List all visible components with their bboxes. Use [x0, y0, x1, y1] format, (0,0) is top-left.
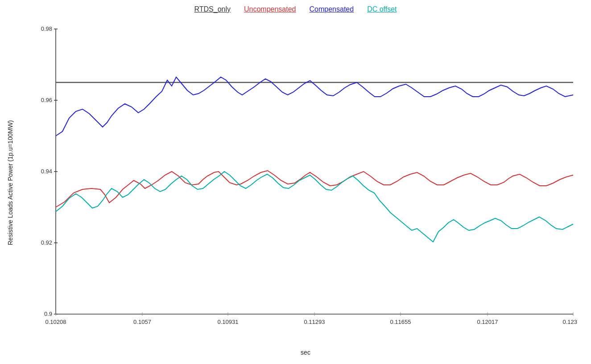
- svg-text:0.12017: 0.12017: [477, 319, 498, 325]
- svg-text:0.1057: 0.1057: [133, 319, 151, 325]
- legend-label-dcoffset: DC offset: [367, 5, 397, 13]
- svg-text:0.94: 0.94: [41, 168, 52, 175]
- legend: RTDS_only Uncompensated Compensated DC o…: [0, 5, 591, 13]
- legend-item-compensated: Compensated: [310, 5, 354, 13]
- dcoffset-line: [56, 172, 573, 242]
- svg-text:0.12379: 0.12379: [563, 319, 578, 325]
- chart-svg: 0.9 0.92 0.94 0.96 0.98 0.10208 0.1057 0…: [33, 25, 578, 341]
- compensated-line: [56, 77, 573, 136]
- svg-text:0.10931: 0.10931: [218, 319, 239, 325]
- svg-text:0.11655: 0.11655: [390, 319, 411, 325]
- svg-text:0.96: 0.96: [41, 97, 52, 103]
- y-axis-label: Resistive Loads Active Power (1p.u=100MW…: [7, 120, 14, 245]
- legend-label-uncompensated: Uncompensated: [244, 5, 296, 13]
- svg-text:0.92: 0.92: [41, 239, 52, 246]
- svg-text:0.9: 0.9: [44, 311, 52, 317]
- legend-label-compensated: Compensated: [310, 5, 354, 13]
- svg-text:0.10208: 0.10208: [45, 319, 66, 325]
- legend-item-uncompensated: Uncompensated: [244, 5, 296, 13]
- x-axis-label: sec: [33, 349, 578, 356]
- legend-label-rtds: RTDS_only: [194, 5, 231, 13]
- chart-container: RTDS_only Uncompensated Compensated DC o…: [0, 0, 591, 364]
- legend-item-rtds: RTDS_only: [194, 5, 231, 13]
- svg-text:0.11293: 0.11293: [304, 319, 325, 325]
- legend-item-dcoffset: DC offset: [367, 5, 397, 13]
- svg-text:0.98: 0.98: [41, 25, 52, 32]
